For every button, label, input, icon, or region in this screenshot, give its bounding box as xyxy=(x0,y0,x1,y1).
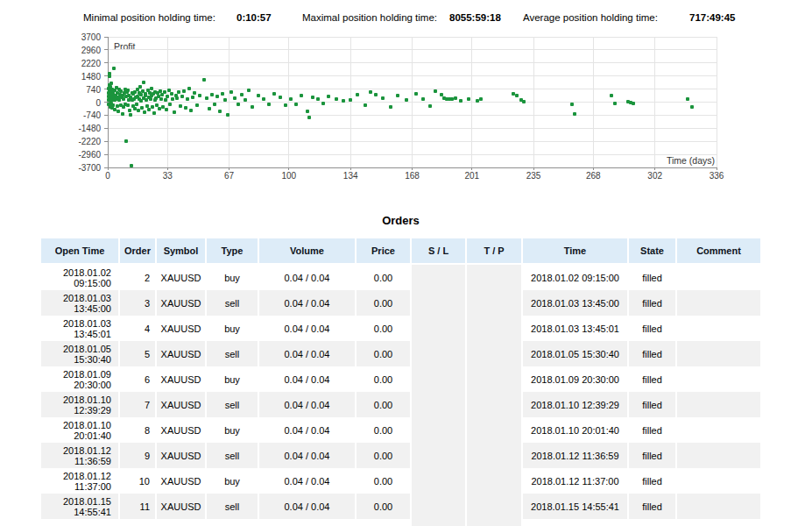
scatter-point xyxy=(143,110,146,114)
scatter-point xyxy=(421,97,425,101)
cell-order: 6 xyxy=(120,366,157,392)
cell-volume: 0.04 / 0.04 xyxy=(259,316,357,341)
open-time-lines: 2018.01.0313:45:01 xyxy=(63,318,111,339)
x-axis-tick-label: 134 xyxy=(331,171,370,181)
open-date: 2018.01.09 xyxy=(63,369,111,380)
scatter-point xyxy=(167,89,171,92)
x-axis-tick-label: 67 xyxy=(210,171,249,181)
cell-symbol xyxy=(157,519,207,526)
scatter-point xyxy=(165,108,168,111)
cell-state: filled xyxy=(629,468,677,494)
scatter-point xyxy=(159,97,163,101)
scatter-point xyxy=(454,96,457,100)
scatter-point xyxy=(247,89,251,92)
scatter-point xyxy=(126,89,130,92)
cell-symbol: XAUUSD xyxy=(157,443,207,468)
cell-type: buy xyxy=(207,316,259,341)
cell-open_time: 2018.01.0313:45:00 xyxy=(41,290,120,316)
scatter-point xyxy=(479,97,483,101)
open-clock: 14:55:41 xyxy=(63,507,111,517)
scatter-point xyxy=(356,93,359,96)
scatter-point xyxy=(122,105,125,109)
scatter-point xyxy=(389,105,392,109)
open-clock: 20:30:00 xyxy=(63,380,111,390)
open-clock: 13:45:01 xyxy=(63,329,111,339)
col-header-tp: T / P xyxy=(467,238,523,265)
scatter-point xyxy=(179,104,182,108)
trade-report-page: Minimal position holding time: 0:10:57 M… xyxy=(0,0,812,526)
cell-state: filled xyxy=(629,417,677,443)
cell-tp xyxy=(467,417,523,443)
scatter-point xyxy=(189,109,193,112)
scatter-point xyxy=(306,110,309,113)
scatter-point xyxy=(307,116,311,119)
cell-type: sell xyxy=(207,494,259,519)
col-header-comment: Comment xyxy=(677,238,760,265)
cell-sl xyxy=(412,290,467,316)
scatter-point xyxy=(116,104,119,108)
x-axis-tick-label: 33 xyxy=(148,171,187,181)
scatter-point xyxy=(414,92,418,96)
cell-open_time: 2018.01.0209:15:00 xyxy=(41,265,120,290)
cell-sl xyxy=(412,494,467,519)
order-row: 2018.01.0209:15:002XAUUSDbuy0.04 / 0.040… xyxy=(41,265,760,290)
orders-section: Orders Open TimeOrderSymbolTypeVolumePri… xyxy=(41,214,760,526)
cell-volume: 0.04 / 0.04 xyxy=(259,265,357,290)
scatter-point xyxy=(335,97,338,101)
cell-comment xyxy=(677,468,760,494)
open-clock: 13:45:00 xyxy=(63,303,111,314)
scatter-point xyxy=(210,93,214,96)
cell-order: 8 xyxy=(120,417,157,443)
cell-price: 0.00 xyxy=(357,366,412,392)
scatter-point xyxy=(129,113,132,117)
y-axis-tick-label: 1480 xyxy=(64,72,101,82)
order-row: 2018.01.0313:45:003XAUUSDsell0.04 / 0.04… xyxy=(41,290,760,316)
cell-comment xyxy=(677,417,760,443)
scatter-point xyxy=(208,107,211,110)
open-time-lines: 2018.01.1020:01:40 xyxy=(63,420,111,441)
y-axis-tick-label: 3700 xyxy=(64,32,101,42)
scatter-point xyxy=(184,106,187,110)
scatter-point xyxy=(121,112,124,116)
gridline-vertical xyxy=(412,37,413,167)
cell-comment xyxy=(677,392,760,417)
y-axis-tick-label: -2220 xyxy=(64,137,101,146)
cell-comment xyxy=(677,290,760,316)
scatter-point xyxy=(126,103,130,107)
scatter-point xyxy=(137,109,140,112)
open-clock: 20:01:40 xyxy=(63,430,111,441)
cell-type: sell xyxy=(207,341,259,366)
order-row: 2018.01.1211:37:0010XAUUSDbuy0.04 / 0.04… xyxy=(41,468,760,494)
open-clock: 12:39:29 xyxy=(63,405,111,416)
order-row: 2018.01.0313:45:014XAUUSDbuy0.04 / 0.040… xyxy=(41,316,760,341)
cell-tp xyxy=(467,341,523,366)
cell-price: 0.00 xyxy=(357,316,412,341)
scatter-point xyxy=(122,97,125,101)
scatter-point xyxy=(289,97,293,101)
cell-time: 2018.01.02 09:15:00 xyxy=(523,265,629,290)
col-header-type: Type xyxy=(207,238,259,265)
open-time-lines: 2018.01.1012:39:29 xyxy=(63,394,111,416)
scatter-point xyxy=(459,99,462,103)
open-clock: 15:30:40 xyxy=(63,354,111,365)
cell-order: 2 xyxy=(120,265,157,290)
open-time-lines: 2018.01.0313:45:00 xyxy=(63,293,111,314)
cell-price: 0.00 xyxy=(357,468,412,494)
scatter-point xyxy=(163,90,166,94)
open-time-lines: 2018.01.0515:30:40 xyxy=(63,344,111,365)
cell-comment xyxy=(677,316,760,341)
scatter-point xyxy=(205,96,208,100)
cell-type: sell xyxy=(207,392,259,417)
gridline-vertical xyxy=(533,37,534,167)
cell-tp xyxy=(467,468,523,494)
scatter-point xyxy=(177,90,180,94)
open-date: 2018.01.10 xyxy=(63,394,111,405)
scatter-point xyxy=(117,110,120,113)
scatter-point xyxy=(686,97,689,101)
open-date: 2018.01.02 xyxy=(63,267,111,278)
col-header-time: Time xyxy=(523,238,629,265)
cell-comment xyxy=(677,519,760,526)
scatter-point xyxy=(613,102,617,105)
order-row: 2018.01.1211:36:599XAUUSDsell0.04 / 0.04… xyxy=(41,443,760,468)
cell-sl xyxy=(412,443,467,468)
